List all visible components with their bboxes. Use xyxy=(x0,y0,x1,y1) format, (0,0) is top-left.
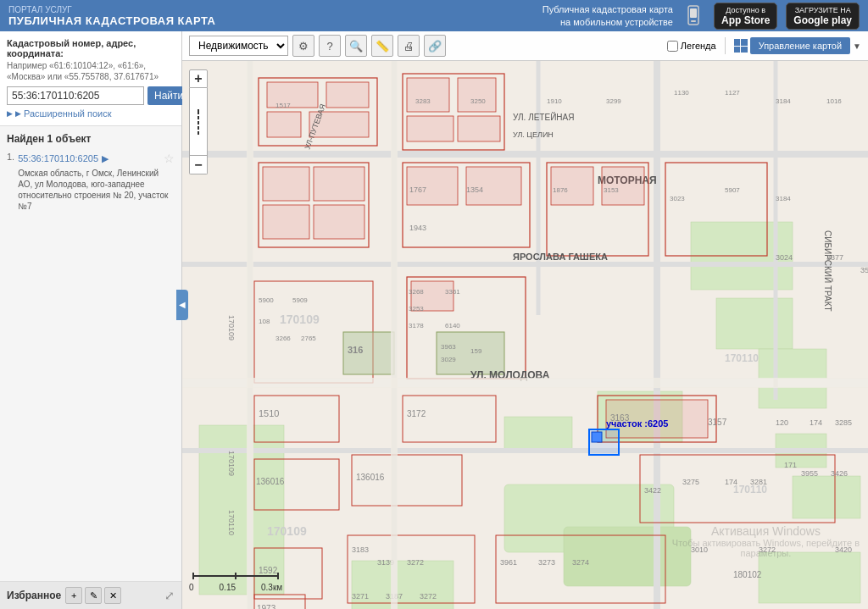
svg-text:170109: 170109 xyxy=(227,451,236,476)
app-store-button[interactable]: Доступно в App Store xyxy=(714,3,777,30)
svg-text:1767: 1767 xyxy=(409,185,426,194)
svg-text:1130: 1130 xyxy=(674,89,689,97)
toolbar-print-button[interactable]: 🖨 xyxy=(398,35,420,57)
svg-text:3283: 3283 xyxy=(415,97,431,105)
svg-text:3299: 3299 xyxy=(606,97,621,105)
layer-select[interactable]: Недвижимость xyxy=(189,36,288,56)
svg-text:3961: 3961 xyxy=(500,558,517,567)
googleplay-prefix: ЗАГРУЗИТЕ НА xyxy=(795,6,851,14)
results-section: Найден 1 объект 1. 55:36:170110:6205 ▶ ☆… xyxy=(0,126,181,361)
svg-text:1876: 1876 xyxy=(553,186,568,194)
legend-label: Легенда xyxy=(681,41,716,51)
svg-text:180102: 180102 xyxy=(733,570,762,579)
toolbar-divider xyxy=(725,37,726,54)
svg-text:171: 171 xyxy=(784,461,797,469)
toolbar-help-button[interactable]: ? xyxy=(319,35,341,57)
toolbar-settings-button[interactable]: ⚙ xyxy=(292,35,314,57)
wm-sub: Чтобы активировать Windows, перейдите в xyxy=(672,538,860,548)
svg-text:1127: 1127 xyxy=(725,89,740,97)
result-star-icon[interactable]: ☆ xyxy=(164,152,175,165)
svg-text:3023: 3023 xyxy=(670,195,685,202)
svg-text:3253: 3253 xyxy=(409,305,424,313)
fav-resize-icon: ⤢ xyxy=(164,589,175,602)
legend-toggle[interactable] xyxy=(667,41,678,52)
svg-text:174: 174 xyxy=(725,478,737,486)
result-content: 55:36:170110:6205 ▶ ☆ Омская область, г … xyxy=(18,152,175,212)
svg-text:ЯРОСЛАВА ГАШЕКА: ЯРОСЛАВА ГАШЕКА xyxy=(513,252,608,262)
svg-text:3577: 3577 xyxy=(860,266,868,274)
svg-text:174: 174 xyxy=(810,418,822,427)
svg-text:3271: 3271 xyxy=(352,592,369,601)
map-control-area: Управление картой ▼ xyxy=(734,37,861,54)
svg-text:120: 120 xyxy=(776,418,788,427)
svg-rect-144 xyxy=(592,432,602,442)
svg-text:170110: 170110 xyxy=(227,510,236,535)
fav-edit-button[interactable]: ✎ xyxy=(85,587,102,604)
main-layout: Кадастровый номер, адрес, координата: На… xyxy=(0,31,868,609)
svg-text:136016: 136016 xyxy=(256,477,285,486)
wm-sub2: параметры. xyxy=(672,548,860,558)
favorites-label: Избранное xyxy=(7,590,61,601)
map-toolbar: Недвижимость ⚙ ? 🔍 📏 🖨 🔗 Легенда Управле… xyxy=(182,31,868,61)
advanced-search-link[interactable]: ▶ Расширенный поиск xyxy=(7,108,175,119)
svg-text:3361: 3361 xyxy=(445,288,460,296)
svg-rect-27 xyxy=(326,82,369,108)
result-link[interactable]: 55:36:170110:6205 xyxy=(18,153,98,163)
svg-text:1943: 1943 xyxy=(409,224,426,232)
svg-rect-51 xyxy=(263,205,309,239)
svg-rect-34 xyxy=(458,116,500,141)
result-expand-icon: ▶ xyxy=(102,153,108,164)
svg-text:3426: 3426 xyxy=(831,469,848,478)
svg-text:5900: 5900 xyxy=(259,296,274,304)
fav-delete-button[interactable]: ✕ xyxy=(104,587,121,604)
wm-title: Активация Windows xyxy=(672,524,860,538)
toolbar-search-on-map-button[interactable]: 🔍 xyxy=(345,35,367,57)
sidebar-collapse-button[interactable]: ◀ xyxy=(176,290,188,320)
favorites-section: Избранное + ✎ ✕ ⤢ xyxy=(0,581,181,609)
svg-text:3157: 3157 xyxy=(708,418,727,427)
zoom-out-button[interactable]: − xyxy=(189,156,208,174)
grid-icon xyxy=(734,39,748,53)
svg-text:3029: 3029 xyxy=(441,356,456,363)
scale-tick xyxy=(198,126,199,130)
svg-text:5909: 5909 xyxy=(292,296,308,304)
toolbar-measure-button[interactable]: 📏 xyxy=(371,35,393,57)
result-number: 1. xyxy=(7,152,14,162)
svg-text:УЛ. ЦЕЛИН: УЛ. ЦЕЛИН xyxy=(513,130,554,139)
zoom-scale-indicator xyxy=(189,88,208,156)
svg-text:3275: 3275 xyxy=(682,478,699,486)
fav-add-button[interactable]: + xyxy=(65,587,82,604)
map-control-button[interactable]: Управление картой xyxy=(750,37,850,54)
svg-text:3172: 3172 xyxy=(407,409,426,418)
svg-text:6140: 6140 xyxy=(445,322,460,329)
scale-tick xyxy=(198,116,199,119)
favorites-icons: + ✎ ✕ xyxy=(65,587,121,604)
map-container[interactable]: Недвижимость ⚙ ? 🔍 📏 🖨 🔗 Легенда Управле… xyxy=(182,31,868,609)
toolbar-link-button[interactable]: 🔗 xyxy=(424,35,446,57)
svg-text:3281: 3281 xyxy=(750,478,767,486)
svg-text:3153: 3153 xyxy=(604,186,619,194)
header-right: Публичная кадастровая карта на мобильном… xyxy=(542,3,860,30)
scale-far: 0.3км xyxy=(261,583,282,592)
windows-watermark: Активация Windows Чтобы активировать Win… xyxy=(672,524,860,558)
svg-rect-26 xyxy=(267,82,318,108)
scale-svg xyxy=(189,567,291,584)
svg-rect-13 xyxy=(759,552,860,603)
svg-text:3250: 3250 xyxy=(470,97,486,105)
svg-rect-2 xyxy=(690,8,697,18)
search-row: Найти xyxy=(7,86,175,105)
svg-rect-33 xyxy=(407,116,453,141)
svg-text:3178: 3178 xyxy=(409,322,424,329)
svg-text:1510: 1510 xyxy=(259,408,279,418)
map-control-arrow[interactable]: ▼ xyxy=(853,42,861,51)
svg-text:1973: 1973 xyxy=(257,604,276,609)
svg-rect-28 xyxy=(267,112,301,137)
search-input[interactable] xyxy=(7,86,144,105)
zoom-controls: + − xyxy=(189,69,208,174)
zoom-in-button[interactable]: + xyxy=(189,69,208,88)
header-left: ПОРТАЛ УСЛУГ ПУБЛИЧНАЯ КАДАСТРОВАЯ КАРТА xyxy=(8,5,215,27)
svg-text:1517: 1517 xyxy=(275,102,291,109)
legend-checkbox[interactable]: Легенда xyxy=(667,41,716,52)
google-play-button[interactable]: ЗАГРУЗИТЕ НА Google play xyxy=(786,3,860,30)
svg-text:3266: 3266 xyxy=(275,335,291,342)
